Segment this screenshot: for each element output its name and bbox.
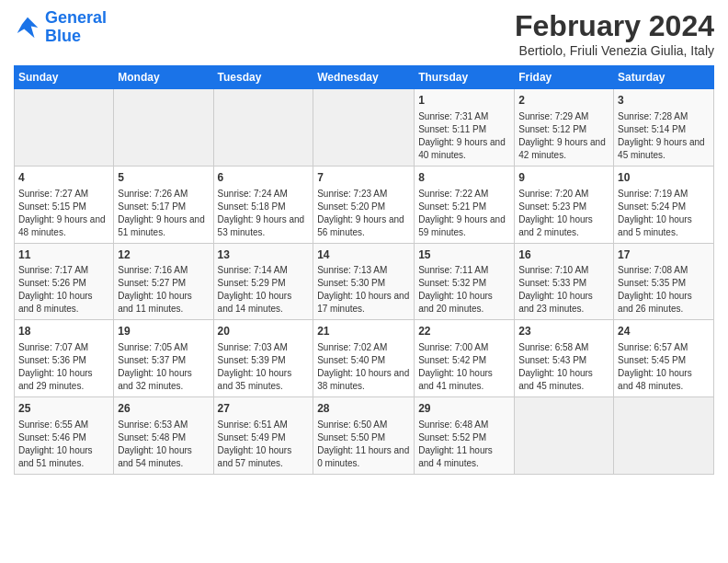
calendar-title: February 2024 (515, 9, 714, 43)
calendar-cell: 2Sunrise: 7:29 AM Sunset: 5:12 PM Daylig… (515, 89, 614, 167)
day-number: 21 (317, 324, 410, 339)
calendar-cell: 1Sunrise: 7:31 AM Sunset: 5:11 PM Daylig… (415, 89, 515, 167)
calendar-week-row: 4Sunrise: 7:27 AM Sunset: 5:15 PM Daylig… (15, 166, 714, 243)
calendar-week-row: 1Sunrise: 7:31 AM Sunset: 5:11 PM Daylig… (15, 89, 714, 167)
day-info: Sunrise: 7:17 AM Sunset: 5:26 PM Dayligh… (18, 264, 109, 316)
day-of-week-header: Monday (114, 66, 213, 89)
day-info: Sunrise: 7:07 AM Sunset: 5:36 PM Dayligh… (18, 341, 109, 393)
calendar-cell: 25Sunrise: 6:55 AM Sunset: 5:46 PM Dayli… (15, 397, 114, 475)
day-number: 26 (118, 401, 209, 417)
day-info: Sunrise: 7:02 AM Sunset: 5:40 PM Dayligh… (317, 341, 410, 393)
day-number: 15 (418, 247, 510, 263)
calendar-cell: 26Sunrise: 6:53 AM Sunset: 5:48 PM Dayli… (114, 397, 213, 475)
day-of-week-header: Friday (515, 66, 614, 89)
svg-marker-0 (17, 17, 39, 39)
calendar-cell: 12Sunrise: 7:16 AM Sunset: 5:27 PM Dayli… (114, 243, 213, 320)
day-info: Sunrise: 7:29 AM Sunset: 5:12 PM Dayligh… (518, 110, 609, 162)
day-number: 20 (218, 324, 310, 339)
day-number: 2 (518, 93, 609, 109)
calendar-cell: 24Sunrise: 6:57 AM Sunset: 5:45 PM Dayli… (614, 320, 714, 397)
day-info: Sunrise: 7:19 AM Sunset: 5:24 PM Dayligh… (618, 188, 710, 239)
calendar-cell (15, 89, 114, 167)
day-of-week-header: Tuesday (213, 66, 313, 89)
day-number: 3 (618, 93, 710, 109)
day-info: Sunrise: 7:03 AM Sunset: 5:39 PM Dayligh… (218, 341, 310, 393)
day-info: Sunrise: 6:53 AM Sunset: 5:48 PM Dayligh… (118, 419, 209, 470)
calendar-body: 1Sunrise: 7:31 AM Sunset: 5:11 PM Daylig… (15, 89, 714, 475)
day-number: 19 (118, 324, 209, 339)
day-number: 18 (18, 324, 109, 339)
calendar-cell (114, 89, 213, 167)
day-info: Sunrise: 7:10 AM Sunset: 5:33 PM Dayligh… (518, 264, 609, 316)
day-info: Sunrise: 7:00 AM Sunset: 5:42 PM Dayligh… (418, 341, 510, 393)
day-number: 6 (218, 170, 310, 186)
day-number: 24 (618, 324, 710, 339)
calendar-cell: 14Sunrise: 7:13 AM Sunset: 5:30 PM Dayli… (313, 243, 415, 320)
calendar-cell (614, 397, 714, 475)
logo: General Blue (14, 9, 107, 46)
day-info: Sunrise: 7:23 AM Sunset: 5:20 PM Dayligh… (317, 188, 410, 239)
calendar-cell: 11Sunrise: 7:17 AM Sunset: 5:26 PM Dayli… (15, 243, 114, 320)
day-number: 14 (317, 247, 410, 263)
day-info: Sunrise: 7:20 AM Sunset: 5:23 PM Dayligh… (518, 188, 609, 239)
day-of-week-header: Thursday (415, 66, 515, 89)
calendar-cell (313, 89, 415, 167)
day-info: Sunrise: 7:14 AM Sunset: 5:29 PM Dayligh… (218, 264, 310, 316)
day-number: 9 (518, 170, 609, 186)
calendar-cell: 4Sunrise: 7:27 AM Sunset: 5:15 PM Daylig… (15, 166, 114, 243)
day-number: 5 (118, 170, 209, 186)
calendar-week-row: 18Sunrise: 7:07 AM Sunset: 5:36 PM Dayli… (15, 320, 714, 397)
calendar-week-row: 11Sunrise: 7:17 AM Sunset: 5:26 PM Dayli… (15, 243, 714, 320)
day-info: Sunrise: 7:13 AM Sunset: 5:30 PM Dayligh… (317, 264, 410, 316)
calendar-cell: 17Sunrise: 7:08 AM Sunset: 5:35 PM Dayli… (614, 243, 714, 320)
calendar-cell: 29Sunrise: 6:48 AM Sunset: 5:52 PM Dayli… (415, 397, 515, 475)
day-number: 13 (218, 247, 310, 263)
calendar-table: SundayMondayTuesdayWednesdayThursdayFrid… (14, 65, 714, 475)
day-info: Sunrise: 7:27 AM Sunset: 5:15 PM Dayligh… (18, 188, 109, 239)
day-number: 12 (118, 247, 209, 263)
day-number: 28 (317, 401, 410, 417)
day-of-week-header: Sunday (15, 66, 114, 89)
day-number: 8 (418, 170, 510, 186)
day-number: 11 (18, 247, 109, 263)
calendar-cell: 20Sunrise: 7:03 AM Sunset: 5:39 PM Dayli… (213, 320, 313, 397)
title-block: February 2024 Bertiolo, Friuli Venezia G… (515, 9, 714, 58)
day-info: Sunrise: 7:22 AM Sunset: 5:21 PM Dayligh… (418, 188, 510, 239)
calendar-cell: 9Sunrise: 7:20 AM Sunset: 5:23 PM Daylig… (515, 166, 614, 243)
day-info: Sunrise: 6:51 AM Sunset: 5:49 PM Dayligh… (218, 419, 310, 470)
calendar-cell: 21Sunrise: 7:02 AM Sunset: 5:40 PM Dayli… (313, 320, 415, 397)
calendar-cell: 15Sunrise: 7:11 AM Sunset: 5:32 PM Dayli… (415, 243, 515, 320)
calendar-cell (515, 397, 614, 475)
day-info: Sunrise: 7:26 AM Sunset: 5:17 PM Dayligh… (118, 188, 209, 239)
calendar-cell: 27Sunrise: 6:51 AM Sunset: 5:49 PM Dayli… (213, 397, 313, 475)
calendar-cell: 13Sunrise: 7:14 AM Sunset: 5:29 PM Dayli… (213, 243, 313, 320)
day-number: 4 (18, 170, 109, 186)
day-number: 16 (518, 247, 609, 263)
day-number: 10 (618, 170, 710, 186)
calendar-cell: 22Sunrise: 7:00 AM Sunset: 5:42 PM Dayli… (415, 320, 515, 397)
day-number: 23 (518, 324, 609, 339)
calendar-cell: 28Sunrise: 6:50 AM Sunset: 5:50 PM Dayli… (313, 397, 415, 475)
calendar-cell: 8Sunrise: 7:22 AM Sunset: 5:21 PM Daylig… (415, 166, 515, 243)
day-number: 1 (418, 93, 510, 109)
day-number: 17 (618, 247, 710, 263)
day-number: 7 (317, 170, 410, 186)
day-info: Sunrise: 7:16 AM Sunset: 5:27 PM Dayligh… (118, 264, 209, 316)
calendar-cell: 10Sunrise: 7:19 AM Sunset: 5:24 PM Dayli… (614, 166, 714, 243)
logo-text: General Blue (45, 9, 107, 46)
day-number: 22 (418, 324, 510, 339)
page-header: General Blue February 2024 Bertiolo, Fri… (14, 9, 714, 58)
calendar-cell: 23Sunrise: 6:58 AM Sunset: 5:43 PM Dayli… (515, 320, 614, 397)
calendar-cell: 5Sunrise: 7:26 AM Sunset: 5:17 PM Daylig… (114, 166, 213, 243)
calendar-cell: 19Sunrise: 7:05 AM Sunset: 5:37 PM Dayli… (114, 320, 213, 397)
day-info: Sunrise: 6:55 AM Sunset: 5:46 PM Dayligh… (18, 419, 109, 470)
day-number: 29 (418, 401, 510, 417)
logo-icon (14, 14, 41, 41)
calendar-cell: 16Sunrise: 7:10 AM Sunset: 5:33 PM Dayli… (515, 243, 614, 320)
day-info: Sunrise: 6:50 AM Sunset: 5:50 PM Dayligh… (317, 419, 410, 470)
day-info: Sunrise: 7:28 AM Sunset: 5:14 PM Dayligh… (618, 110, 710, 162)
day-info: Sunrise: 6:58 AM Sunset: 5:43 PM Dayligh… (518, 341, 609, 393)
calendar-cell (213, 89, 313, 167)
day-number: 27 (218, 401, 310, 417)
day-of-week-header: Saturday (614, 66, 714, 89)
